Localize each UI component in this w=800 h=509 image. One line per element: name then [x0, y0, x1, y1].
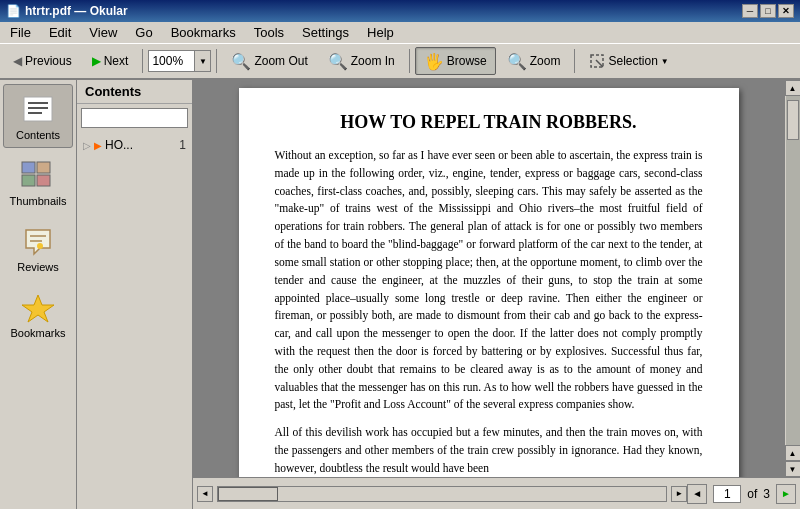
- zoom-tool-button[interactable]: 🔍 Zoom: [498, 47, 570, 75]
- zoom-tool-label: Zoom: [530, 54, 561, 68]
- menubar: File Edit View Go Bookmarks Tools Settin…: [0, 22, 800, 44]
- tree-arrow-icon: ▶: [94, 140, 102, 151]
- menu-go[interactable]: Go: [127, 23, 160, 42]
- page-number-input[interactable]: [713, 485, 741, 503]
- next-label: Next: [104, 54, 129, 68]
- selection-label: Selection: [608, 54, 657, 68]
- separator-3: [409, 49, 410, 73]
- content-area: HOW TO REPEL TRAIN ROBBERS. Without an e…: [193, 80, 784, 477]
- bookmarks-icon: [18, 289, 58, 325]
- bottom-scrollbar[interactable]: [217, 486, 667, 502]
- minimize-button[interactable]: ─: [742, 4, 758, 18]
- tree-item-label: HO...: [105, 138, 176, 152]
- page-prev-button[interactable]: ◄: [687, 484, 707, 504]
- menu-tools[interactable]: Tools: [246, 23, 292, 42]
- svg-point-12: [37, 243, 43, 249]
- titlebar-left: 📄 htrtr.pdf — Okular: [6, 4, 128, 18]
- pdf-body: Without an exception, so far as I have e…: [275, 147, 703, 477]
- menu-file[interactable]: File: [2, 23, 39, 42]
- pdf-paragraph-1: Without an exception, so far as I have e…: [275, 147, 703, 414]
- svg-line-1: [596, 60, 603, 67]
- reviews-icon: [18, 223, 58, 259]
- panel-area: Contents ▷ ▶ HO... 1: [77, 80, 193, 509]
- menu-help[interactable]: Help: [359, 23, 402, 42]
- scroll-track-right[interactable]: [786, 96, 800, 445]
- tree-item[interactable]: ▷ ▶ HO... 1: [81, 136, 188, 154]
- menu-edit[interactable]: Edit: [41, 23, 79, 42]
- zoom-out-label: Zoom Out: [254, 54, 307, 68]
- previous-icon: ◀: [13, 54, 22, 68]
- page-next-button[interactable]: ►: [776, 484, 796, 504]
- panel-tree: ▷ ▶ HO... 1: [77, 132, 192, 509]
- scroll-left-button[interactable]: ◄: [197, 486, 213, 502]
- bottom-bar: ◄ ► ◄ of 3 ►: [193, 477, 800, 509]
- menu-view[interactable]: View: [81, 23, 125, 42]
- scroll-down-button-2[interactable]: ▼: [785, 461, 801, 477]
- separator-1: [142, 49, 143, 73]
- zoom-in-button[interactable]: 🔍 Zoom In: [319, 47, 404, 75]
- menu-settings[interactable]: Settings: [294, 23, 357, 42]
- tree-item-page: 1: [179, 138, 186, 152]
- browse-icon: 🖐: [424, 52, 444, 71]
- zoom-dropdown-button[interactable]: ▼: [194, 51, 210, 71]
- content-scroll-area: HOW TO REPEL TRAIN ROBBERS. Without an e…: [193, 80, 800, 477]
- zoom-tool-icon: 🔍: [507, 52, 527, 71]
- scrollbar-right: ▲ ▲ ▼: [784, 80, 800, 477]
- app-icon: 📄: [6, 4, 21, 18]
- main-area: Contents Thumbnails: [0, 80, 800, 509]
- previous-button[interactable]: ◀ Previous: [4, 47, 81, 75]
- zoom-in-label: Zoom In: [351, 54, 395, 68]
- zoom-in-icon: 🔍: [328, 52, 348, 71]
- toolbar: ◀ Previous ▶ Next ▼ 🔍 Zoom Out 🔍 Zoom In…: [0, 44, 800, 80]
- separator-4: [574, 49, 575, 73]
- selection-dropdown-icon: ▼: [661, 57, 669, 66]
- close-button[interactable]: ✕: [778, 4, 794, 18]
- thumbnails-icon: [18, 157, 58, 193]
- pdf-page: HOW TO REPEL TRAIN ROBBERS. Without an e…: [239, 88, 739, 477]
- titlebar-title: htrtr.pdf — Okular: [25, 4, 128, 18]
- page-of-label: of: [747, 487, 757, 501]
- scroll-down-button-1[interactable]: ▲: [785, 445, 801, 461]
- titlebar-controls: ─ □ ✕: [742, 4, 794, 18]
- reviews-label: Reviews: [17, 261, 59, 273]
- sidebar-item-thumbnails[interactable]: Thumbnails: [3, 150, 73, 214]
- browse-button[interactable]: 🖐 Browse: [415, 47, 496, 75]
- sidebar-item-reviews[interactable]: Reviews: [3, 216, 73, 280]
- zoom-input-wrapper[interactable]: ▼: [148, 50, 211, 72]
- browse-label: Browse: [447, 54, 487, 68]
- menu-bookmarks[interactable]: Bookmarks: [163, 23, 244, 42]
- svg-rect-6: [22, 162, 35, 173]
- contents-icon: [18, 91, 58, 127]
- zoom-input[interactable]: [149, 53, 194, 69]
- content-wrapper: HOW TO REPEL TRAIN ROBBERS. Without an e…: [193, 80, 800, 509]
- previous-label: Previous: [25, 54, 72, 68]
- scroll-right-button[interactable]: ►: [671, 486, 687, 502]
- sidebar-item-contents[interactable]: Contents: [3, 84, 73, 148]
- next-icon: ▶: [92, 54, 101, 68]
- panel-search: [77, 104, 192, 132]
- svg-marker-13: [22, 295, 54, 322]
- titlebar: 📄 htrtr.pdf — Okular ─ □ ✕: [0, 0, 800, 22]
- page-total: 3: [763, 487, 770, 501]
- selection-button[interactable]: Selection ▼: [580, 47, 677, 75]
- contents-label: Contents: [16, 129, 60, 141]
- panel-search-input[interactable]: [81, 108, 188, 128]
- tree-expand-icon: ▷: [83, 140, 91, 151]
- scroll-up-button[interactable]: ▲: [785, 80, 801, 96]
- pdf-paragraph-2: All of this devilish work has occupied b…: [275, 424, 703, 477]
- thumbnails-label: Thumbnails: [10, 195, 67, 207]
- svg-rect-7: [37, 162, 50, 173]
- scroll-thumb-right: [787, 100, 799, 140]
- zoom-out-button[interactable]: 🔍 Zoom Out: [222, 47, 316, 75]
- bookmarks-label: Bookmarks: [10, 327, 65, 339]
- svg-rect-8: [22, 175, 35, 186]
- pdf-viewport[interactable]: HOW TO REPEL TRAIN ROBBERS. Without an e…: [193, 80, 784, 477]
- sidebar-item-bookmarks[interactable]: Bookmarks: [3, 282, 73, 346]
- pdf-title: HOW TO REPEL TRAIN ROBBERS.: [275, 112, 703, 133]
- zoom-out-icon: 🔍: [231, 52, 251, 71]
- next-button[interactable]: ▶ Next: [83, 47, 138, 75]
- separator-2: [216, 49, 217, 73]
- maximize-button[interactable]: □: [760, 4, 776, 18]
- panel-title: Contents: [77, 80, 192, 104]
- sidebar: Contents Thumbnails: [0, 80, 77, 509]
